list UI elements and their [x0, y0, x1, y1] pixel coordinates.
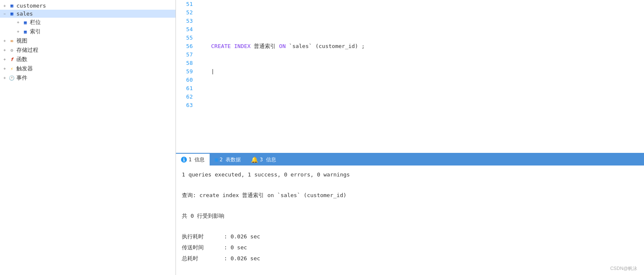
expand-icon-procs: ＋ — [2, 47, 8, 53]
sidebar-label-sales-indexes: 索引 — [30, 28, 41, 35]
backtick-sales: `sales` — [289, 42, 312, 51]
expand-icon-views: ＋ — [2, 38, 8, 44]
tab-tabledata[interactable]: ▦ 2 表数据 — [210, 154, 246, 166]
warn-icon: 🔔 — [251, 156, 258, 163]
bottom-panel: i 1 信息 ▦ 2 表数据 🔔 3 信息 1 queries executed… — [176, 153, 644, 275]
sidebar-item-customers[interactable]: ＋ ▦ customers — [0, 2, 176, 10]
sidebar-label-customers: customers — [16, 3, 46, 9]
expand-icon-sales-fields: ＋ — [15, 19, 21, 25]
tab-info2[interactable]: 🔔 3 信息 — [246, 154, 281, 166]
sidebar-label-funcs: 函数 — [16, 56, 27, 63]
bottom-tabs: i 1 信息 ▦ 2 表数据 🔔 3 信息 — [176, 154, 644, 166]
sidebar-item-views[interactable]: ＋ ∞ 视图 — [0, 36, 176, 45]
code-editor[interactable]: 51 52 53 54 55 56 57 58 59 60 61 62 63 C… — [176, 0, 644, 153]
sidebar-item-funcs[interactable]: ＋ f 函数 — [0, 55, 176, 64]
sidebar-label-sales-fields: 栏位 — [30, 19, 41, 26]
code-line-51 — [200, 0, 641, 8]
line-num-55: 55 — [179, 34, 193, 42]
line-num-62: 62 — [179, 93, 193, 101]
line-num-54: 54 — [179, 25, 193, 34]
sidebar-item-sales-fields[interactable]: ＋ ▦ 栏位 — [0, 18, 176, 27]
sidebar-label-triggers: 触发器 — [16, 65, 33, 72]
table-icon-customers: ▦ — [8, 3, 15, 9]
table-icon-sales-indexes: ▦ — [22, 29, 29, 35]
keyword-create: CREATE — [211, 42, 231, 51]
line-num-63: 63 — [179, 101, 193, 109]
keyword-index: INDEX — [234, 42, 250, 51]
index-name: 普通索引 — [254, 42, 276, 51]
code-line-62 — [200, 93, 641, 101]
line-num-53: 53 — [179, 17, 193, 25]
code-line-59 — [200, 67, 641, 76]
func-icon-funcs: f — [8, 56, 15, 62]
sidebar: ＋ ▦ customers － ▦ sales ＋ ▦ 栏位 ＋ ▦ 索引 ＋ … — [0, 0, 176, 275]
transfer-label: 传送时间 — [182, 242, 224, 253]
expand-icon-events: ＋ — [2, 75, 8, 81]
watermark: CSDN@帆泳 — [610, 265, 637, 272]
line-num-61: 61 — [179, 84, 193, 93]
total-label: 总耗时 — [182, 253, 224, 264]
line-num-60: 60 — [179, 76, 193, 84]
column-expr: (customer_id) — [315, 42, 358, 51]
keyword-on: ON — [279, 42, 286, 51]
code-line-57 — [200, 51, 641, 59]
semicolon: ; — [362, 42, 365, 51]
query-value: create index 普通索引 on `sales` (customer_i… — [200, 192, 346, 198]
cursor — [211, 67, 214, 76]
table-icon: ▦ — [215, 157, 218, 163]
infinity-icon-views: ∞ — [8, 38, 15, 44]
result-query: 查询: create index 普通索引 on `sales` (custom… — [182, 190, 638, 200]
line-num-52: 52 — [179, 8, 193, 17]
code-line-55 — [200, 34, 641, 42]
tab-info-label: 1 信息 — [189, 156, 205, 163]
result-affected: 共 0 行受到影响 — [182, 211, 638, 221]
table-icon-sales-fields: ▦ — [22, 19, 29, 25]
line-num-57: 57 — [179, 51, 193, 59]
transfer-value: : 0 sec — [224, 242, 247, 253]
total-value: : 0.026 sec — [224, 253, 260, 264]
code-line-61 — [200, 84, 641, 93]
timing-transfer: 传送时间 : 0 sec — [182, 242, 638, 253]
bottom-content: 1 queries executed, 1 success, 0 errors,… — [176, 166, 644, 275]
code-line-54 — [200, 25, 641, 34]
line-num-56: 56 — [179, 42, 193, 51]
sidebar-item-sales-indexes[interactable]: ＋ ▦ 索引 — [0, 27, 176, 36]
tab-info2-label: 3 信息 — [260, 156, 276, 163]
sidebar-item-triggers[interactable]: ＋ ⚡ 触发器 — [0, 64, 176, 73]
query-label: 查询: — [182, 192, 196, 198]
code-line-58 — [200, 59, 641, 67]
sidebar-label-procs: 存储过程 — [16, 46, 38, 54]
result-timing: 执行耗时 : 0.026 sec 传送时间 : 0 sec 总耗时 : 0.02… — [182, 231, 638, 264]
expand-icon-funcs: ＋ — [2, 56, 8, 62]
sidebar-item-procs[interactable]: ＋ ⚙ 存储过程 — [0, 45, 176, 55]
code-line-56: CREATE INDEX 普通索引 ON `sales` (customer_i… — [200, 42, 641, 51]
code-line-52 — [200, 8, 641, 17]
trigger-icon-triggers: ⚡ — [8, 66, 15, 72]
timing-exec: 执行耗时 : 0.026 sec — [182, 231, 638, 242]
table-icon-sales: ▦ — [8, 11, 15, 17]
timing-total: 总耗时 : 0.026 sec — [182, 253, 638, 264]
sidebar-label-sales: sales — [16, 11, 33, 17]
expand-icon-triggers: ＋ — [2, 66, 8, 72]
line-num-58: 58 — [179, 59, 193, 67]
gear-icon-procs: ⚙ — [8, 47, 15, 53]
event-icon-events: 🕐 — [8, 75, 15, 81]
code-content[interactable]: CREATE INDEX 普通索引 ON `sales` (customer_i… — [196, 0, 644, 153]
result-stats: 1 queries executed, 1 success, 0 errors,… — [182, 170, 638, 179]
sidebar-item-sales[interactable]: － ▦ sales — [0, 10, 176, 18]
code-line-63 — [200, 101, 641, 109]
sidebar-label-views: 视图 — [16, 37, 27, 45]
line-num-51: 51 — [179, 0, 193, 8]
exec-label: 执行耗时 — [182, 231, 224, 242]
info-icon: i — [181, 157, 187, 163]
expand-icon-sales: － — [2, 11, 8, 17]
expand-icon-sales-indexes: ＋ — [15, 29, 21, 35]
tab-info[interactable]: i 1 信息 — [176, 154, 210, 166]
tab-tabledata-label: 2 表数据 — [220, 156, 241, 163]
code-line-60 — [200, 76, 641, 84]
sidebar-label-events: 事件 — [16, 74, 27, 82]
code-line-53 — [200, 17, 641, 25]
line-num-59: 59 — [179, 67, 193, 76]
sidebar-item-events[interactable]: ＋ 🕐 事件 — [0, 73, 176, 83]
main-content: 51 52 53 54 55 56 57 58 59 60 61 62 63 C… — [176, 0, 644, 275]
